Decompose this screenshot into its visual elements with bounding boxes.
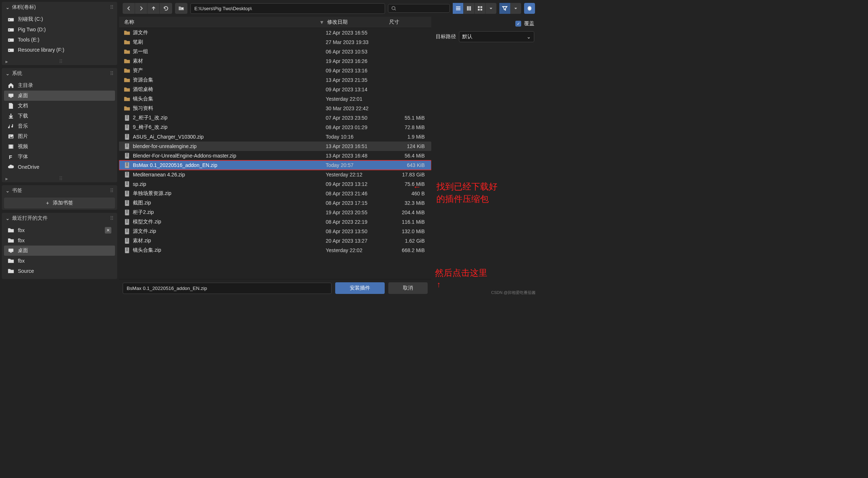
- file-date: 09 Apr 2023 13:14: [326, 87, 388, 92]
- file-row[interactable]: 第一组06 Apr 2023 10:53: [119, 47, 431, 56]
- volume-item[interactable]: Tools (E:): [4, 35, 115, 45]
- file-row[interactable]: 预习资料30 Mar 2023 22:42: [119, 104, 431, 113]
- system-item-video[interactable]: 视频: [4, 142, 115, 152]
- file-row[interactable]: 柜子2.zip19 Apr 2023 20:55204.4 MiB: [119, 208, 431, 217]
- system-item-home[interactable]: 主目录: [4, 80, 115, 91]
- column-name-header[interactable]: 名称▼: [123, 17, 326, 28]
- file-size: 17.83 GiB: [388, 172, 428, 178]
- settings-button[interactable]: [524, 3, 535, 14]
- drag-dots-icon: ⠿: [110, 71, 114, 76]
- file-date: Yesterday 22:12: [326, 172, 388, 178]
- up-button[interactable]: [147, 3, 160, 14]
- view-columns-button[interactable]: [464, 3, 475, 14]
- file-date: 13 Apr 2023 21:35: [326, 77, 388, 83]
- overwrite-option[interactable]: ✓ 覆盖: [436, 20, 534, 27]
- file-row[interactable]: 素材.zip20 Apr 2023 13:271.62 GiB: [119, 236, 431, 246]
- target-path-dropdown[interactable]: 默认 ⌄: [459, 31, 534, 42]
- sidebar: ⌄ 体积(卷标) ⠿ 别碰我 (C:)Pig Two (D:)Tools (E:…: [0, 0, 119, 297]
- column-date-header[interactable]: 修改日期: [326, 17, 388, 28]
- install-addon-button[interactable]: 安装插件: [335, 282, 385, 294]
- system-item-image[interactable]: 图片: [4, 131, 115, 142]
- system-expand[interactable]: ▸⠿: [2, 175, 117, 182]
- path-input[interactable]: [190, 3, 385, 14]
- file-row[interactable]: 镜头合集.zipYesterday 22:02668.2 MiB: [119, 246, 431, 255]
- new-folder-button[interactable]: [175, 3, 187, 14]
- file-row[interactable]: 笔刷27 Mar 2023 19:33: [119, 37, 431, 47]
- system-item-download[interactable]: 下载: [4, 111, 115, 121]
- svg-rect-80: [127, 230, 127, 231]
- system-item-desktop[interactable]: 桌面: [4, 91, 115, 101]
- options-panel: ✓ 覆盖 目标路径 默认 ⌄ ← 找到已经下载好 的插件压缩包 然后点击这里 ←: [431, 17, 539, 297]
- volumes-expand[interactable]: ▸⠿: [2, 58, 117, 65]
- system-item-music[interactable]: 音乐: [4, 121, 115, 131]
- file-row[interactable]: 酒馆桌椅09 Apr 2023 13:14: [119, 85, 431, 94]
- recent-item[interactable]: Source: [4, 266, 115, 276]
- back-button[interactable]: [123, 3, 135, 14]
- file-row[interactable]: sp.zip09 Apr 2023 13:1275.6 MiB: [119, 179, 431, 189]
- svg-rect-40: [127, 136, 127, 136]
- file-row[interactable]: 9_椅子6_改.zip08 Apr 2023 01:2972.8 MiB: [119, 123, 431, 132]
- column-size-header[interactable]: 尺寸: [388, 17, 428, 28]
- file-row[interactable]: BsMax 0.1_20220516_addon_EN.zipToday 20:…: [119, 160, 431, 170]
- add-bookmark-button[interactable]: + 添加书签: [4, 198, 115, 208]
- triangle-right-icon: ▸: [5, 59, 8, 64]
- file-row[interactable]: 镜头合集Yesterday 22:01: [119, 94, 431, 104]
- file-row[interactable]: 素材19 Apr 2023 16:26: [119, 56, 431, 66]
- recent-header[interactable]: ⌄ 最近打开的文件 ⠿: [2, 213, 117, 224]
- file-row[interactable]: blender-for-unrealengine.zip13 Apr 2023 …: [119, 142, 431, 151]
- file-row[interactable]: 资产09 Apr 2023 13:16: [119, 66, 431, 75]
- file-row[interactable]: 2_柜子1_改.zip07 Apr 2023 23:5055.1 MiB: [119, 113, 431, 123]
- svg-rect-16: [8, 248, 13, 252]
- svg-rect-85: [127, 241, 127, 242]
- filter-dropdown-button[interactable]: [510, 3, 521, 14]
- svg-rect-57: [127, 175, 127, 175]
- file-list[interactable]: 源文件12 Apr 2023 16:55笔刷27 Mar 2023 19:33第…: [119, 28, 431, 279]
- recent-item[interactable]: 桌面: [4, 246, 115, 256]
- volume-item[interactable]: Pig Two (D:): [4, 24, 115, 35]
- filter-button[interactable]: [499, 3, 510, 14]
- file-row[interactable]: 单独场景资源.zip08 Apr 2023 21:46460 B: [119, 189, 431, 198]
- file-row[interactable]: 源文件.zip08 Apr 2023 13:50132.0 MiB: [119, 227, 431, 236]
- file-row[interactable]: Mediterranean 4.26.zipYesterday 22:1217.…: [119, 170, 431, 179]
- svg-rect-75: [127, 219, 127, 220]
- view-list-button[interactable]: [453, 3, 464, 14]
- file-row[interactable]: 截图.zip08 Apr 2023 17:1532.3 MiB: [119, 198, 431, 208]
- filename-input[interactable]: [123, 283, 332, 294]
- volume-label: Tools (E:): [18, 37, 39, 43]
- volumes-header[interactable]: ⌄ 体积(卷标) ⠿: [2, 2, 117, 13]
- overwrite-checkbox[interactable]: ✓: [515, 21, 521, 27]
- search-input[interactable]: [388, 4, 450, 13]
- file-row[interactable]: Blender-For-UnrealEngine-Addons-master.z…: [119, 151, 431, 160]
- zip-icon: [123, 181, 131, 187]
- bookmarks-header[interactable]: ⌄ 书签 ⠿: [2, 185, 117, 196]
- svg-rect-32: [127, 117, 127, 117]
- file-size: 1.62 GiB: [388, 238, 428, 244]
- view-dropdown-button[interactable]: [485, 3, 496, 14]
- svg-rect-76: [127, 221, 127, 222]
- system-item-document[interactable]: 文档: [4, 101, 115, 111]
- refresh-button[interactable]: [160, 3, 172, 14]
- zip-icon: [123, 190, 131, 197]
- recent-item[interactable]: fbx: [4, 235, 115, 246]
- system-item-font[interactable]: F字体: [4, 152, 115, 162]
- zip-icon: [123, 200, 131, 206]
- file-row[interactable]: 资源合集13 Apr 2023 21:35: [119, 75, 431, 85]
- file-row[interactable]: 模型文件.zip08 Apr 2023 22:19116.1 MiB: [119, 217, 431, 227]
- file-row[interactable]: ASUS_Ai_Charger_V10300.zipToday 10:161.9…: [119, 132, 431, 142]
- file-row[interactable]: 源文件12 Apr 2023 16:55: [119, 28, 431, 37]
- drag-dots-icon: ⠿: [59, 59, 63, 64]
- system-item-cloud[interactable]: OneDrive: [4, 162, 115, 172]
- close-icon[interactable]: ✕: [105, 227, 111, 234]
- zip-icon: [123, 152, 131, 159]
- forward-button[interactable]: [135, 3, 147, 14]
- cancel-button[interactable]: 取消: [388, 282, 428, 294]
- volume-item[interactable]: Resource library (F:): [4, 45, 115, 55]
- svg-rect-48: [127, 155, 127, 155]
- system-header[interactable]: ⌄ 系统 ⠿: [2, 68, 117, 79]
- view-grid-button[interactable]: [475, 3, 485, 14]
- volume-item[interactable]: 别碰我 (C:): [4, 14, 115, 24]
- recent-item[interactable]: fbx: [4, 256, 115, 266]
- svg-rect-45: [127, 146, 127, 147]
- recent-item[interactable]: fbx✕: [4, 225, 115, 235]
- system-item-label: 视频: [18, 143, 28, 150]
